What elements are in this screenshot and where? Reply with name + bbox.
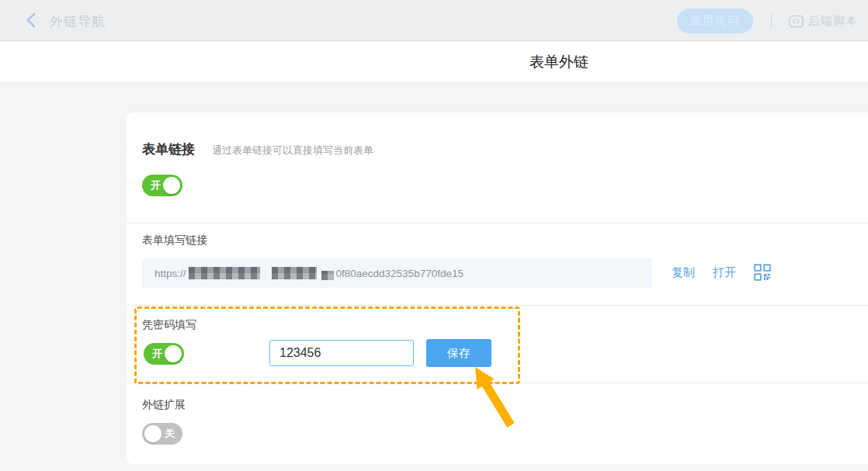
backend-script-label: 后端脚本 xyxy=(808,14,858,29)
chevron-left-icon xyxy=(26,12,36,28)
section-divider xyxy=(127,383,868,383)
qr-code-icon[interactable] xyxy=(754,264,771,281)
section-divider xyxy=(127,305,868,306)
script-code-icon xyxy=(789,15,804,28)
toggle-knob xyxy=(163,177,180,194)
form-link-heading-row: 表单链接 通过表单链接可以直接填写当前表单 xyxy=(142,140,373,158)
topbar: 外链导航 应用访问 后端脚本 xyxy=(0,0,868,41)
settings-card: 表单链接 通过表单链接可以直接填写当前表单 开 表单填写链接 https://0… xyxy=(127,113,868,464)
password-fill-toggle[interactable]: 开 xyxy=(144,343,184,365)
open-link-button[interactable]: 打开 xyxy=(713,265,736,280)
censored-url-block xyxy=(321,271,334,280)
password-input[interactable] xyxy=(269,340,414,366)
form-link-toggle-label: 开 xyxy=(151,178,161,192)
extension-toggle-label: 关 xyxy=(165,427,175,441)
fill-link-label: 表单填写链接 xyxy=(142,234,207,248)
topbar-divider xyxy=(771,13,772,29)
form-link-heading: 表单链接 xyxy=(142,140,195,158)
nav-title: 外链导航 xyxy=(50,12,106,30)
toggle-knob xyxy=(165,345,182,362)
page-header: 表单外链 xyxy=(0,41,868,83)
url-suffix: 0f80aecdd32535b770fde15 xyxy=(336,268,464,279)
form-url-field[interactable]: https://0f80aecdd32535b770fde15 xyxy=(142,258,652,288)
form-link-description: 通过表单链接可以直接填写当前表单 xyxy=(212,144,373,158)
password-fill-label: 凭密码填写 xyxy=(142,318,196,332)
password-toggle-label: 开 xyxy=(152,347,162,361)
page-title: 表单外链 xyxy=(529,52,589,72)
section-divider xyxy=(127,223,868,223)
url-actions: 复制 打开 xyxy=(672,264,771,281)
extension-toggle[interactable]: 关 xyxy=(142,423,182,445)
app-access-button[interactable]: 应用访问 xyxy=(677,9,753,33)
extension-label: 外链扩展 xyxy=(142,398,186,412)
copy-link-button[interactable]: 复制 xyxy=(672,265,695,280)
backend-script-button[interactable]: 后端脚本 xyxy=(789,12,858,30)
form-external-link-page: { "topbar": { "nav_title": "外链导航", "app_… xyxy=(0,0,868,471)
back-button[interactable] xyxy=(22,11,40,29)
form-link-toggle[interactable]: 开 xyxy=(142,175,182,196)
toggle-knob xyxy=(144,425,161,442)
censored-url-block xyxy=(189,267,260,279)
url-prefix: https:// xyxy=(155,268,186,279)
censored-url-block xyxy=(272,267,317,279)
save-button[interactable]: 保存 xyxy=(426,339,491,367)
